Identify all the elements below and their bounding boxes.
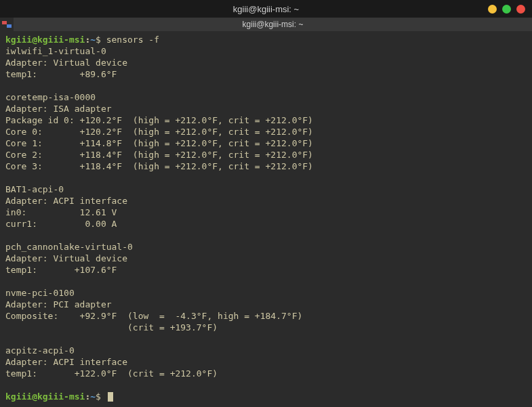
sensor-reading: curr1: 0.00 A [5,219,127,229]
prompt-user: kgiii@kgiii-msi [5,391,85,402]
sensor-reading: Composite: +92.9°F (low = -4.3°F, high =… [5,311,302,321]
titlebar: kgiii@kgiii-msi: ~ [0,0,532,18]
sensor-adapter: Adapter: Virtual device [5,253,127,263]
window-controls [488,5,525,14]
sensor-block-name: nvme-pci-0100 [5,288,75,298]
sensor-block-name: BAT1-acpi-0 [5,184,64,194]
sensor-reading: (crit = +193.7°F) [5,322,218,333]
tab-app-icon[interactable] [0,18,14,31]
command-text: sensors -f [106,35,159,45]
sensor-reading: Package id 0: +120.2°F (high = +212.0°F,… [5,115,313,125]
sensor-reading: Core 0: +120.2°F (high = +212.0°F, crit … [5,127,313,137]
prompt-user: kgiii@kgiii-msi [5,35,85,45]
sensor-adapter: Adapter: PCI adapter [5,299,112,309]
window-title: kgiii@kgiii-msi: ~ [233,4,299,14]
sensor-block-name: iwlwifi_1-virtual-0 [5,46,106,56]
tabbar: kgiii@kgiii-msi: ~ [0,18,532,31]
tab-label: kgiii@kgiii-msi: ~ [243,20,304,29]
prompt-dollar: $ [96,35,106,45]
minimize-button[interactable] [488,5,497,14]
sensor-adapter: Adapter: Virtual device [5,58,127,68]
cursor [108,392,113,402]
close-button[interactable] [516,5,525,14]
prompt-path: ~ [90,35,96,45]
sensor-reading: Core 2: +118.4°F (high = +212.0°F, crit … [5,150,313,160]
sensor-adapter: Adapter: ISA adapter [5,104,112,114]
maximize-button[interactable] [502,5,511,14]
sensor-reading: temp1: +122.0°F (crit = +212.0°F) [5,368,218,379]
terminal-icon [2,21,12,28]
sensor-block-name: acpitz-acpi-0 [5,345,75,356]
sensor-reading: temp1: +107.6°F [5,265,127,275]
tab-active[interactable]: kgiii@kgiii-msi: ~ [14,18,532,31]
terminal-output[interactable]: kgiii@kgiii-msi:~$ sensors -f iwlwifi_1-… [0,31,532,407]
sensor-reading: in0: 12.61 V [5,207,127,217]
sensor-reading: temp1: +89.6°F [5,69,127,79]
sensor-reading: Core 1: +114.8°F (high = +212.0°F, crit … [5,138,313,148]
sensor-block-name: coretemp-isa-0000 [5,92,96,102]
prompt-dollar: $ [96,391,106,402]
sensor-reading: Core 3: +118.4°F (high = +212.0°F, crit … [5,161,313,171]
sensor-adapter: Adapter: ACPI interface [5,196,127,206]
prompt-path: ~ [90,391,96,402]
sensor-adapter: Adapter: ACPI interface [5,357,127,367]
sensor-block-name: pch_cannonlake-virtual-0 [5,242,133,252]
